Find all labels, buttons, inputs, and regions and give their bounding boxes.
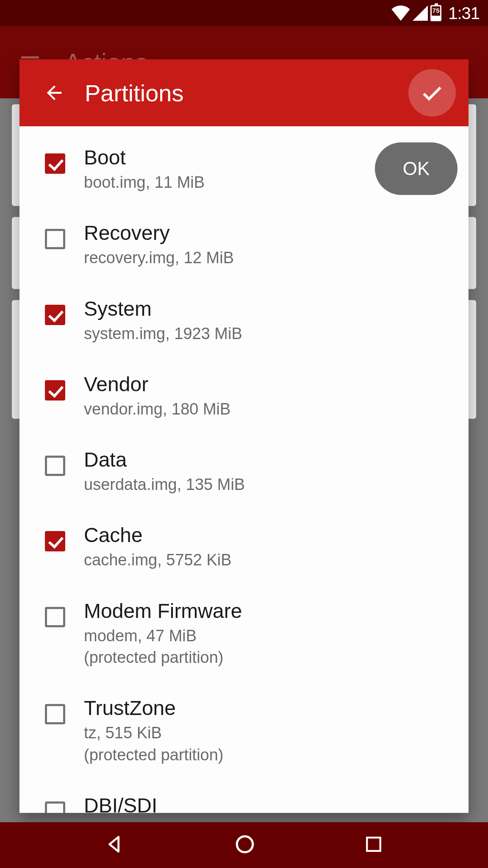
partition-subtitle: cache.img, 5752 KiB bbox=[84, 549, 232, 571]
status-time: 1:31 bbox=[448, 4, 480, 23]
partition-subtitle: vendor.img, 180 MiB bbox=[84, 398, 230, 420]
partition-item[interactable]: Modem Firmwaremodem, 47 MiB(protected pa… bbox=[19, 588, 469, 686]
arrow-left-icon bbox=[43, 82, 65, 104]
nav-recent-button[interactable] bbox=[365, 835, 383, 855]
partition-checkbox[interactable] bbox=[45, 153, 65, 174]
partition-title: System bbox=[84, 297, 242, 320]
partition-checkbox[interactable] bbox=[45, 607, 65, 627]
nav-back-button[interactable] bbox=[105, 835, 125, 856]
partition-title: Boot bbox=[84, 146, 205, 169]
dialog-header: Partitions bbox=[19, 59, 469, 126]
partition-subtitle: modem, 47 MiB(protected partition) bbox=[84, 625, 242, 669]
partition-item[interactable]: Recoveryrecovery.img, 12 MiB bbox=[19, 210, 469, 286]
partition-checkbox[interactable] bbox=[45, 704, 65, 724]
partition-subtitle: recovery.img, 12 MiB bbox=[84, 247, 234, 269]
partition-checkbox[interactable] bbox=[45, 380, 65, 401]
partition-title: Modem Firmware bbox=[84, 599, 242, 623]
partition-list[interactable]: Bootboot.img, 11 MiBRecoveryrecovery.img… bbox=[19, 126, 469, 813]
check-icon bbox=[420, 81, 444, 105]
wifi-icon bbox=[391, 6, 410, 21]
partition-checkbox[interactable] bbox=[45, 229, 65, 249]
partition-item[interactable]: Datauserdata.img, 135 MiB bbox=[19, 437, 469, 512]
partition-item[interactable]: Cachecache.img, 5752 KiB bbox=[19, 512, 469, 588]
partition-item[interactable]: TrustZonetz, 515 KiB(protected partition… bbox=[19, 685, 469, 783]
partition-title: Data bbox=[84, 448, 245, 471]
partition-title: Cache bbox=[84, 523, 232, 547]
confirm-button[interactable] bbox=[408, 69, 456, 117]
partition-title: Recovery bbox=[84, 221, 234, 245]
partition-subtitle: system.img, 1923 MiB bbox=[84, 323, 242, 345]
partition-title: TrustZone bbox=[84, 696, 224, 720]
status-bar: 75 1:31 bbox=[0, 0, 488, 26]
partition-title: Vendor bbox=[84, 373, 230, 396]
cell-signal-icon bbox=[413, 6, 428, 21]
nav-recent-icon bbox=[365, 835, 383, 853]
nav-back-icon bbox=[105, 835, 125, 854]
dialog-title: Partitions bbox=[85, 79, 408, 107]
battery-icon: 75 bbox=[430, 5, 441, 21]
back-button[interactable] bbox=[41, 79, 68, 106]
partition-title: DBI/SDI bbox=[84, 794, 161, 813]
partition-checkbox[interactable] bbox=[45, 456, 65, 476]
partition-item[interactable]: Vendorvendor.img, 180 MiB bbox=[19, 362, 469, 437]
partition-item[interactable]: Systemsystem.img, 1923 MiB bbox=[19, 286, 469, 362]
svg-rect-1 bbox=[367, 837, 380, 851]
ok-toast[interactable]: OK bbox=[375, 142, 458, 195]
partition-subtitle: boot.img, 11 MiB bbox=[84, 172, 205, 193]
nav-home-icon bbox=[234, 834, 255, 855]
nav-home-button[interactable] bbox=[234, 834, 255, 857]
partition-checkbox[interactable] bbox=[45, 801, 65, 813]
partition-item[interactable]: DBI/SDIsdi, 24 KiB bbox=[19, 783, 469, 813]
partition-checkbox[interactable] bbox=[45, 305, 65, 325]
partition-subtitle: userdata.img, 135 MiB bbox=[84, 474, 245, 495]
partition-checkbox[interactable] bbox=[45, 531, 65, 551]
partition-subtitle: tz, 515 KiB(protected partition) bbox=[84, 722, 224, 766]
nav-bar bbox=[0, 822, 488, 868]
svg-point-0 bbox=[237, 836, 253, 852]
